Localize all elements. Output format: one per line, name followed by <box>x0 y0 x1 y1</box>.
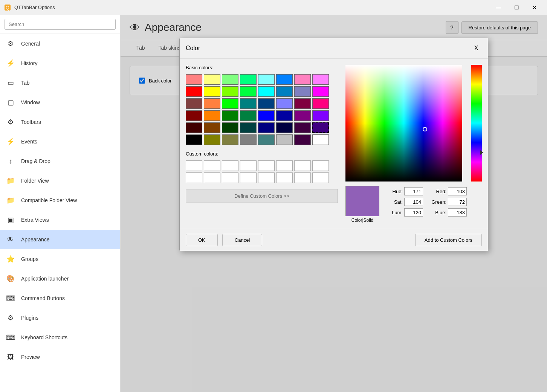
basic-color-cell-43[interactable] <box>240 134 257 145</box>
custom-color-cell[interactable] <box>258 172 275 183</box>
basic-color-cell-12[interactable] <box>258 86 275 97</box>
basic-color-cell-2[interactable] <box>222 74 238 85</box>
custom-color-cell[interactable] <box>240 172 257 183</box>
basic-color-cell-44[interactable] <box>258 134 275 145</box>
sidebar-item-window[interactable]: ▢Window <box>0 93 120 112</box>
basic-color-cell-47[interactable] <box>312 134 329 145</box>
sidebar-item-drag-drop[interactable]: ↕Drag & Drop <box>0 151 120 171</box>
add-to-custom-button[interactable]: Add to Custom Colors <box>415 234 482 246</box>
sidebar-item-compatible-folder-view[interactable]: 📁Compatible Folder View <box>0 191 120 210</box>
cancel-button[interactable]: Cancel <box>222 234 262 246</box>
basic-color-cell-40[interactable] <box>186 134 202 145</box>
basic-color-cell-4[interactable] <box>258 74 275 85</box>
basic-color-cell-10[interactable] <box>222 86 238 97</box>
basic-color-cell-1[interactable] <box>204 74 220 85</box>
color-spectrum[interactable] <box>345 65 462 182</box>
custom-color-cell[interactable] <box>276 160 293 171</box>
basic-color-cell-11[interactable] <box>240 86 257 97</box>
hue-slider[interactable] <box>471 65 482 182</box>
basic-color-cell-8[interactable] <box>186 86 202 97</box>
basic-color-cell-23[interactable] <box>312 98 329 109</box>
basic-color-cell-26[interactable] <box>222 110 238 121</box>
custom-color-cell[interactable] <box>204 172 220 183</box>
custom-color-cell[interactable] <box>294 172 311 183</box>
basic-color-cell-0[interactable] <box>186 74 202 85</box>
sidebar-item-extra-views[interactable]: ▣Extra Views <box>0 210 120 230</box>
basic-color-cell-36[interactable] <box>258 122 275 133</box>
ok-button[interactable]: OK <box>186 234 218 246</box>
basic-color-cell-33[interactable] <box>204 122 220 133</box>
sidebar-item-plugins[interactable]: ⚙Plugins <box>0 308 120 328</box>
sat-input[interactable] <box>404 198 423 206</box>
basic-color-cell-39[interactable] <box>312 122 329 133</box>
custom-color-cell[interactable] <box>294 160 311 171</box>
basic-color-cell-16[interactable] <box>186 98 202 109</box>
basic-color-cell-20[interactable] <box>258 98 275 109</box>
close-button[interactable]: ✕ <box>526 2 543 14</box>
basic-color-cell-6[interactable] <box>294 74 311 85</box>
dialog-close-button[interactable]: X <box>471 43 482 54</box>
custom-color-cell[interactable] <box>222 172 238 183</box>
sidebar-item-events[interactable]: ⚡Events <box>0 132 120 151</box>
define-custom-colors-button[interactable]: Define Custom Colors >> <box>186 189 338 203</box>
sidebar-item-tab[interactable]: ▭Tab <box>0 73 120 93</box>
custom-color-cell[interactable] <box>186 172 202 183</box>
basic-color-cell-29[interactable] <box>276 110 293 121</box>
basic-color-cell-37[interactable] <box>276 122 293 133</box>
custom-color-cell[interactable] <box>312 172 329 183</box>
red-input[interactable] <box>448 187 467 195</box>
custom-color-cell[interactable] <box>186 160 202 171</box>
basic-color-cell-35[interactable] <box>240 122 257 133</box>
basic-color-cell-21[interactable] <box>276 98 293 109</box>
sidebar-item-label-preview: Preview <box>21 354 40 360</box>
sidebar-item-application-launcher[interactable]: 🎨Application launcher <box>0 269 120 288</box>
sidebar-item-preview[interactable]: 🖼Preview <box>0 347 120 367</box>
sidebar-item-history[interactable]: ⚡History <box>0 53 120 73</box>
basic-color-cell-32[interactable] <box>186 122 202 133</box>
sidebar-item-label-folder-view: Folder View <box>21 178 49 184</box>
green-input[interactable] <box>448 198 467 206</box>
basic-color-cell-25[interactable] <box>204 110 220 121</box>
hue-input[interactable] <box>404 187 423 195</box>
basic-color-cell-9[interactable] <box>204 86 220 97</box>
sidebar-item-folder-view[interactable]: 📁Folder View <box>0 171 120 191</box>
basic-color-cell-34[interactable] <box>222 122 238 133</box>
basic-color-cell-18[interactable] <box>222 98 238 109</box>
custom-color-cell[interactable] <box>276 172 293 183</box>
custom-color-cell[interactable] <box>312 160 329 171</box>
basic-color-cell-7[interactable] <box>312 74 329 85</box>
custom-color-cell[interactable] <box>204 160 220 171</box>
custom-color-cell[interactable] <box>258 160 275 171</box>
basic-color-cell-30[interactable] <box>294 110 311 121</box>
search-input[interactable] <box>5 19 116 30</box>
basic-color-cell-13[interactable] <box>276 86 293 97</box>
basic-color-cell-45[interactable] <box>276 134 293 145</box>
basic-color-cell-19[interactable] <box>240 98 257 109</box>
basic-color-cell-3[interactable] <box>240 74 257 85</box>
blue-input[interactable] <box>448 208 467 217</box>
basic-color-cell-17[interactable] <box>204 98 220 109</box>
custom-color-cell[interactable] <box>222 160 238 171</box>
sidebar-item-groups[interactable]: ⭐Groups <box>0 249 120 269</box>
sidebar-item-appearance[interactable]: 👁Appearance <box>0 230 120 249</box>
basic-color-cell-41[interactable] <box>204 134 220 145</box>
sidebar-item-general[interactable]: ⚙General <box>0 34 120 53</box>
basic-color-cell-24[interactable] <box>186 110 202 121</box>
custom-color-cell[interactable] <box>240 160 257 171</box>
lum-input[interactable] <box>404 208 423 217</box>
maximize-button[interactable]: ☐ <box>508 2 525 14</box>
basic-color-cell-31[interactable] <box>312 110 329 121</box>
basic-color-cell-14[interactable] <box>294 86 311 97</box>
basic-color-cell-42[interactable] <box>222 134 238 145</box>
basic-color-cell-22[interactable] <box>294 98 311 109</box>
basic-color-cell-15[interactable] <box>312 86 329 97</box>
sidebar-item-command-buttons[interactable]: ⌨Command Buttons <box>0 288 120 308</box>
basic-color-cell-28[interactable] <box>258 110 275 121</box>
sidebar-item-keyboard-shortcuts[interactable]: ⌨Keyboard Shortcuts <box>0 328 120 347</box>
sidebar-item-toolbars[interactable]: ⚙Toolbars <box>0 112 120 132</box>
basic-color-cell-38[interactable] <box>294 122 311 133</box>
minimize-button[interactable]: — <box>490 2 507 14</box>
basic-color-cell-46[interactable] <box>294 134 311 145</box>
basic-color-cell-5[interactable] <box>276 74 293 85</box>
basic-color-cell-27[interactable] <box>240 110 257 121</box>
